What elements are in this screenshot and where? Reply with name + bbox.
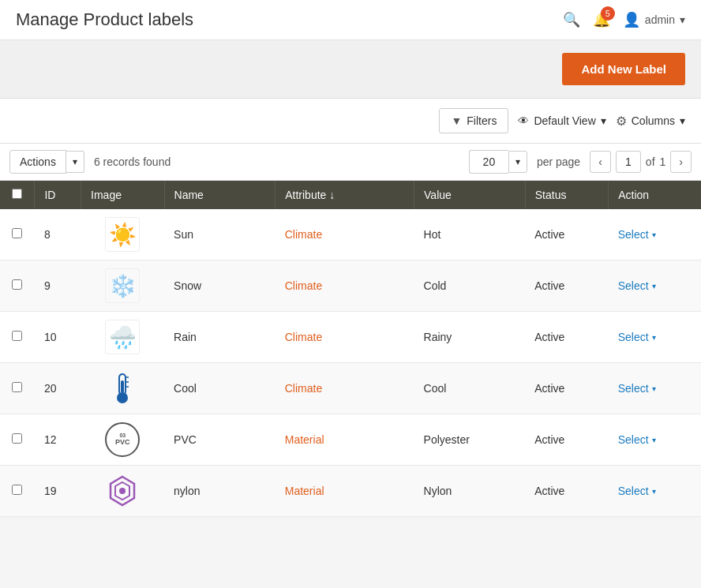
cell-name: Snow <box>164 260 276 312</box>
checkbox-5[interactable] <box>12 485 22 495</box>
checkbox-4[interactable] <box>12 433 22 444</box>
actions-arrow-button[interactable]: ▾ <box>66 151 84 173</box>
attribute-link[interactable]: Climate <box>285 382 322 395</box>
eye-icon: 👁 <box>518 114 529 127</box>
pagination: ‹ 1 of 1 › <box>590 151 692 173</box>
select-button-4[interactable]: Select▾ <box>618 433 656 446</box>
cell-status: Active <box>525 312 609 363</box>
records-found: 6 records found <box>94 155 459 168</box>
svg-rect-1 <box>121 380 124 393</box>
checkbox-2[interactable] <box>12 331 22 341</box>
svg-point-8 <box>119 488 126 494</box>
select-button-1[interactable]: Select▾ <box>618 279 656 292</box>
cell-action: Select▾ <box>609 414 701 466</box>
attribute-link[interactable]: Climate <box>285 331 322 343</box>
svg-point-2 <box>117 392 128 403</box>
cell-attribute[interactable]: Material <box>276 414 414 466</box>
cell-action: Select▾ <box>609 363 701 414</box>
th-status: Status <box>525 181 609 209</box>
search-icon: 🔍 <box>563 12 580 28</box>
checkbox-3[interactable] <box>12 382 22 392</box>
th-name: Name <box>164 181 276 209</box>
attribute-link[interactable]: Material <box>285 433 324 446</box>
per-page-dropdown-button[interactable]: ▾ <box>508 151 527 173</box>
cell-attribute[interactable]: Climate <box>276 363 414 414</box>
product-labels-table: ID Image Name Attribute ↓ Value Status A… <box>0 181 701 517</box>
row-checkbox-5 <box>0 466 35 517</box>
select-arrow-icon: ▾ <box>652 333 656 342</box>
toolbar-bar: Add New Label <box>0 40 701 99</box>
cell-attribute[interactable]: Climate <box>276 260 414 312</box>
cell-id: 10 <box>35 312 81 363</box>
attribute-link[interactable]: Material <box>285 485 324 497</box>
page-title: Manage Product labels <box>16 9 193 30</box>
th-checkbox[interactable] <box>0 181 35 209</box>
cell-id: 20 <box>35 363 81 414</box>
thermometer-icon <box>105 371 140 406</box>
notification-badge: 5 <box>601 6 615 21</box>
user-menu[interactable]: 👤 admin ▾ <box>623 11 685 28</box>
filter-bar: ▼ Filters 👁 Default View ▾ ⚙ Columns ▾ <box>0 99 701 144</box>
row-checkbox-1 <box>0 260 35 312</box>
search-button[interactable]: 🔍 <box>563 11 580 28</box>
table-row: 8☀️SunClimateHotActiveSelect▾ <box>0 209 701 260</box>
sort-desc-icon: ↓ <box>329 189 335 201</box>
cell-image: ☀️ <box>81 209 165 260</box>
gear-icon: ⚙ <box>616 114 627 129</box>
row-checkbox-3 <box>0 363 35 414</box>
select-button-3[interactable]: Select▾ <box>618 382 656 395</box>
attribute-link[interactable]: Climate <box>285 279 322 292</box>
user-name: admin <box>645 13 675 26</box>
sun-icon: ☀️ <box>105 217 140 252</box>
cell-value: Cold <box>414 260 526 312</box>
columns-button[interactable]: ⚙ Columns ▾ <box>616 114 685 129</box>
table-row: 10🌧️RainClimateRainyActiveSelect▾ <box>0 312 701 363</box>
select-arrow-icon: ▾ <box>652 436 656 444</box>
select-button-2[interactable]: Select▾ <box>618 331 656 343</box>
per-page-label: per page <box>537 155 580 168</box>
th-attribute[interactable]: Attribute ↓ <box>276 181 414 209</box>
select-label: Select <box>618 433 649 446</box>
filters-label: Filters <box>467 114 497 127</box>
cell-id: 12 <box>35 414 81 466</box>
cell-attribute[interactable]: Climate <box>276 209 414 260</box>
table-row: 20CoolClimateCoolActiveSelect▾ <box>0 363 701 414</box>
cell-status: Active <box>525 260 609 312</box>
select-button-0[interactable]: Select▾ <box>618 228 656 241</box>
checkbox-0[interactable] <box>12 228 22 238</box>
pagination-next-button[interactable]: › <box>670 151 692 173</box>
filters-button[interactable]: ▼ Filters <box>439 108 508 133</box>
cell-value: Rainy <box>414 312 526 363</box>
cell-attribute[interactable]: Climate <box>276 312 414 363</box>
cell-id: 9 <box>35 260 81 312</box>
cell-image <box>81 363 165 414</box>
cell-value: Polyester <box>414 414 526 466</box>
cell-image: ❄️ <box>81 260 165 312</box>
cell-status: Active <box>525 414 609 466</box>
cell-value: Cool <box>414 363 526 414</box>
pagination-prev-button[interactable]: ‹ <box>590 151 611 173</box>
view-arrow-icon: ▾ <box>601 114 606 127</box>
checkbox-1[interactable] <box>12 279 22 290</box>
cell-name: Cool <box>164 363 276 414</box>
per-page-input: 20 ▾ <box>469 150 527 174</box>
default-view-button[interactable]: 👁 Default View ▾ <box>518 114 605 127</box>
table-row: 9❄️SnowClimateColdActiveSelect▾ <box>0 260 701 312</box>
cell-attribute[interactable]: Material <box>276 466 414 517</box>
th-image: Image <box>81 181 165 209</box>
add-new-label-button[interactable]: Add New Label <box>562 53 685 85</box>
select-label: Select <box>618 279 649 292</box>
cell-id: 8 <box>35 209 81 260</box>
attribute-link[interactable]: Climate <box>285 228 322 241</box>
user-menu-arrow-icon: ▾ <box>680 13 685 26</box>
rain-icon: 🌧️ <box>105 320 140 354</box>
notification-button[interactable]: 🔔 5 <box>593 11 610 28</box>
cell-action: Select▾ <box>609 466 701 517</box>
actions-main-button[interactable]: Actions <box>9 150 66 174</box>
nylon-icon <box>105 474 140 508</box>
cell-value: Hot <box>414 209 526 260</box>
top-header: Manage Product labels 🔍 🔔 5 👤 admin ▾ <box>0 0 701 40</box>
row-checkbox-4 <box>0 414 35 466</box>
select-all-checkbox[interactable] <box>12 189 22 199</box>
select-button-5[interactable]: Select▾ <box>618 485 656 497</box>
